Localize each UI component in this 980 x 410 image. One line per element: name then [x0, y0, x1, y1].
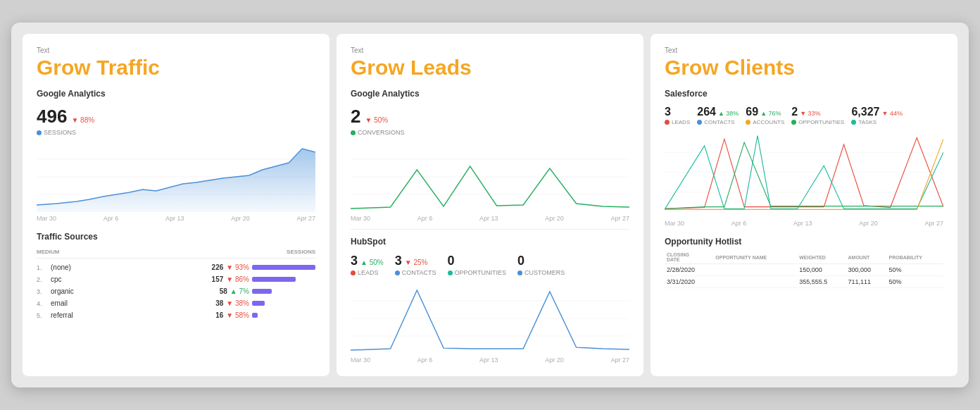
ts-sessions: 58	[206, 287, 227, 295]
ts-medium: email	[51, 299, 199, 307]
ts-num: 4.	[37, 300, 48, 307]
hubspot-metric-item: 3 ▼ 25% CONTACTS	[395, 254, 436, 276]
hotlist-col-name: OPPORTUNITY NAME	[713, 251, 797, 264]
hs-metric-label: CUSTOMERS	[517, 269, 565, 276]
hs-metric-label: OPPORTUNITIES	[448, 269, 506, 276]
sessions-dot	[37, 130, 42, 135]
hubspot-metric-item: 0 OPPORTUNITIES	[448, 254, 506, 276]
hotlist-body: 2/28/2020 150,000 300,000 50% 3/31/2020 …	[665, 264, 943, 288]
sf-metric-change: ▲ 76%	[760, 110, 781, 117]
sf-metric-value: 6,327	[851, 106, 879, 118]
hotlist-amount: 711,111	[846, 276, 887, 288]
hs-metric-value: 0	[448, 254, 455, 268]
hs-dot	[448, 271, 453, 275]
hs-metric-change: ▼ 25%	[405, 259, 428, 266]
conversions-metric-row: 2 ▼ 50%	[351, 106, 629, 128]
sf-dot	[851, 120, 856, 125]
ts-bar	[252, 313, 258, 318]
hs-dot	[517, 271, 522, 275]
sf-metric-label: LEADS	[665, 119, 690, 125]
hotlist-col-weighted: WEIGHTED	[797, 251, 846, 264]
hs-metric-value: 3	[351, 254, 358, 268]
conversions-label: CONVERSIONS	[351, 129, 629, 136]
ts-change: ▼ 58%	[226, 311, 249, 319]
sf-metric-item: 6,327 ▼ 44% TASKS	[851, 106, 902, 125]
hs-metric-value: 3	[395, 254, 402, 268]
traffic-metric-row: 496 ▼ 88%	[37, 106, 315, 128]
ts-medium: (none)	[51, 263, 199, 271]
sf-dot	[791, 120, 796, 125]
traffic-rows: 1. (none) 226 ▼ 93% 2. cpc 157 ▼ 86% 3. …	[37, 261, 315, 321]
hotlist-closing-date: 2/28/2020	[665, 264, 713, 276]
sf-metric-change: ▼ 33%	[800, 110, 820, 117]
traffic-source-row: 2. cpc 157 ▼ 86%	[37, 273, 315, 285]
hotlist-probability: 50%	[887, 264, 943, 276]
leads-divider	[351, 229, 629, 230]
sf-dot	[746, 120, 750, 125]
sf-metric-value: 3	[665, 106, 671, 118]
sf-chart-dates: Mar 30 Apr 6 Apr 13 Apr 20 Apr 27	[665, 220, 943, 227]
sf-metric-item: 3 LEADS	[665, 106, 690, 125]
sessions-value: 496	[37, 106, 67, 128]
ts-num: 3.	[37, 288, 48, 295]
hotlist-opp-name	[713, 276, 797, 288]
hubspot-metric-item: 0 CUSTOMERS	[517, 254, 565, 276]
sf-metric-change: ▲ 38%	[718, 110, 739, 117]
salesforce-section: Salesforce	[665, 89, 943, 99]
sf-metric-item: 69 ▲ 76% ACCOUNTS	[746, 106, 784, 125]
conversions-value: 2	[351, 106, 360, 128]
ts-sessions: 157	[202, 275, 223, 283]
hotlist-col-amount: AMOUNT	[846, 251, 887, 264]
ts-bar	[252, 301, 265, 306]
hotlist-table: CLOSINGDATE OPPORTUNITY NAME WEIGHTED AM…	[665, 251, 943, 288]
traffic-source-row: 3. organic 58 ▲ 7%	[37, 285, 315, 297]
salesforce-chart	[665, 132, 943, 217]
hubspot-chart	[351, 283, 629, 354]
sf-metric-item: 264 ▲ 38% CONTACTS	[697, 106, 739, 125]
ts-change: ▼ 38%	[226, 299, 249, 307]
hotlist-amount: 300,000	[846, 264, 887, 276]
sf-metric-item: 2 ▼ 33% OPPORTUNITIES	[791, 106, 844, 125]
sf-dot	[697, 120, 702, 125]
ts-bar	[252, 289, 272, 294]
hotlist-col-closing: CLOSINGDATE	[665, 251, 713, 264]
grow-traffic-panel: Text Grow Traffic Google Analytics 496 ▼…	[23, 34, 329, 376]
salesforce-metrics: 3 LEADS 264 ▲ 38% CONTACTS 69 ▲ 76% ACCO…	[665, 106, 943, 125]
hotlist-table-header-row: CLOSINGDATE OPPORTUNITY NAME WEIGHTED AM…	[665, 251, 943, 264]
sf-metric-value: 264	[697, 106, 716, 118]
sf-metric-label: ACCOUNTS	[746, 119, 784, 125]
ts-medium: organic	[51, 287, 203, 295]
hs-metric-label: LEADS	[351, 269, 384, 276]
grow-clients-label: Text	[665, 46, 943, 54]
ts-bar-container	[252, 265, 315, 270]
traffic-source-row: 4. email 38 ▼ 38%	[37, 297, 315, 309]
sessions-label: SESSIONS	[37, 129, 315, 136]
conversions-change: ▼ 50%	[365, 116, 388, 124]
opportunity-hotlist: Opportunity Hotlist CLOSINGDATE OPPORTUN…	[665, 237, 943, 288]
ts-bar-container	[252, 313, 315, 318]
hotlist-weighted: 150,000	[797, 264, 846, 276]
grow-leads-panel: Text Grow Leads Google Analytics 2 ▼ 50%…	[337, 34, 643, 376]
hs-dot	[351, 271, 356, 275]
ts-change: ▼ 86%	[226, 275, 249, 283]
grow-traffic-title: Grow Traffic	[37, 56, 315, 79]
traffic-source-row: 5. referral 16 ▼ 58%	[37, 309, 315, 321]
sf-metric-label: CONTACTS	[697, 119, 734, 125]
sf-metric-change: ▼ 44%	[882, 110, 903, 117]
grow-traffic-label: Text	[37, 46, 315, 54]
ts-num: 1.	[37, 264, 48, 271]
hotlist-row: 2/28/2020 150,000 300,000 50%	[665, 264, 943, 276]
hs-metric-change: ▲ 50%	[360, 259, 384, 266]
ts-bar	[252, 277, 296, 282]
traffic-sources-header: MEDIUM SESSIONS	[37, 249, 315, 259]
hotlist-closing-date: 3/31/2020	[665, 276, 713, 288]
ts-bar	[252, 265, 315, 270]
ts-change: ▼ 93%	[226, 263, 249, 271]
grow-leads-label: Text	[351, 46, 629, 54]
grow-clients-title: Grow Clients	[665, 56, 943, 79]
traffic-chart	[37, 142, 315, 212]
sf-metric-value: 2	[791, 106, 798, 118]
leads-ga-chart	[351, 142, 629, 212]
ts-medium: cpc	[51, 275, 199, 283]
hotlist-opp-name	[713, 264, 797, 276]
